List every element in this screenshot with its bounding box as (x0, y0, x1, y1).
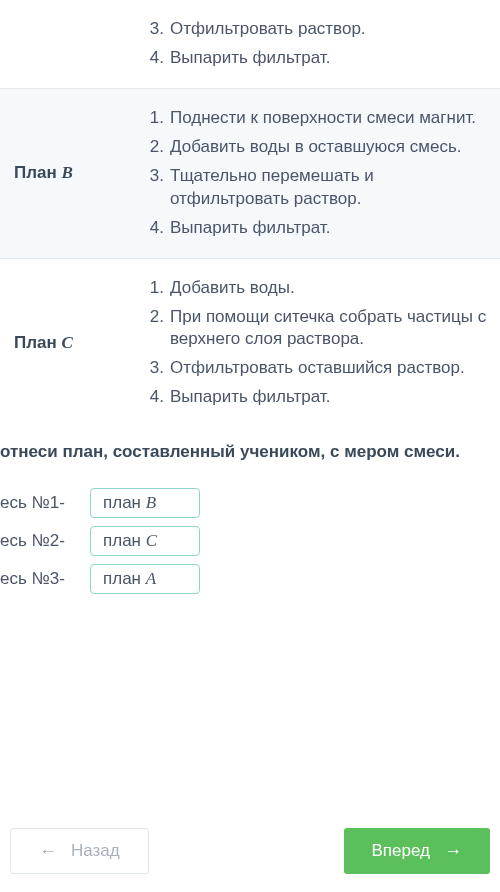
answer-dropdown[interactable]: план B (90, 488, 200, 518)
list-item: 3.Тщательно перемешать и отфильтровать р… (148, 165, 492, 211)
arrow-right-icon: → (444, 841, 462, 862)
list-item: 4.Выпарить фильтрат. (148, 386, 492, 409)
list-item: 3.Отфильтровать раствор. (148, 18, 492, 41)
steps-list: 3.Отфильтровать раствор. 4.Выпарить филь… (148, 18, 492, 70)
list-item: 4.Выпарить фильтрат. (148, 217, 492, 240)
steps-cell: 1.Поднести к поверхности смеси магнит. 2… (140, 88, 500, 258)
table-row: План C 1.Добавить воды. 2.При помощи сит… (0, 258, 500, 427)
answer-row: есь №1- план B (0, 488, 500, 518)
table-row: 3.Отфильтровать раствор. 4.Выпарить филь… (0, 0, 500, 88)
answer-row: есь №2- план C (0, 526, 500, 556)
plan-label-prefix: План (14, 333, 61, 352)
plan-label-cell (0, 0, 140, 88)
back-label: Назад (71, 841, 120, 861)
answer-dropdown[interactable]: план A (90, 564, 200, 594)
answer-dropdown[interactable]: план C (90, 526, 200, 556)
mix-label: есь №2- (0, 531, 90, 551)
list-item: 1.Поднести к поверхности смеси магнит. (148, 107, 492, 130)
nav-bar: ← Назад Вперед → (0, 810, 500, 892)
next-button[interactable]: Вперед → (344, 828, 490, 874)
plan-label-prefix: План (14, 163, 61, 182)
plan-label-cell: План C (0, 258, 140, 427)
steps-list: 1.Добавить воды. 2.При помощи ситечка со… (148, 277, 492, 410)
instruction-text: отнеси план, составленный учеником, с ме… (0, 427, 500, 474)
back-button[interactable]: ← Назад (10, 828, 149, 874)
answer-row: есь №3- план A (0, 564, 500, 594)
plans-table: 3.Отфильтровать раствор. 4.Выпарить филь… (0, 0, 500, 427)
mix-label: есь №3- (0, 569, 90, 589)
list-item: 2.Добавить воды в оставшуюся смесь. (148, 136, 492, 159)
plan-label-letter: C (61, 333, 72, 352)
list-item: 2.При помощи ситечка собрать частицы с в… (148, 306, 492, 352)
list-item: 4.Выпарить фильтрат. (148, 47, 492, 70)
table-row: План B 1.Поднести к поверхности смеси ма… (0, 88, 500, 258)
steps-list: 1.Поднести к поверхности смеси магнит. 2… (148, 107, 492, 240)
answer-section: есь №1- план B есь №2- план C есь №3- пл… (0, 474, 500, 622)
list-item: 1.Добавить воды. (148, 277, 492, 300)
mix-label: есь №1- (0, 493, 90, 513)
plan-label-letter: B (61, 163, 72, 182)
list-item: 3.Отфильтровать оставшийся раствор. (148, 357, 492, 380)
plan-label-cell: План B (0, 88, 140, 258)
next-label: Вперед (372, 841, 430, 861)
steps-cell: 3.Отфильтровать раствор. 4.Выпарить филь… (140, 0, 500, 88)
steps-cell: 1.Добавить воды. 2.При помощи ситечка со… (140, 258, 500, 427)
arrow-left-icon: ← (39, 841, 57, 862)
